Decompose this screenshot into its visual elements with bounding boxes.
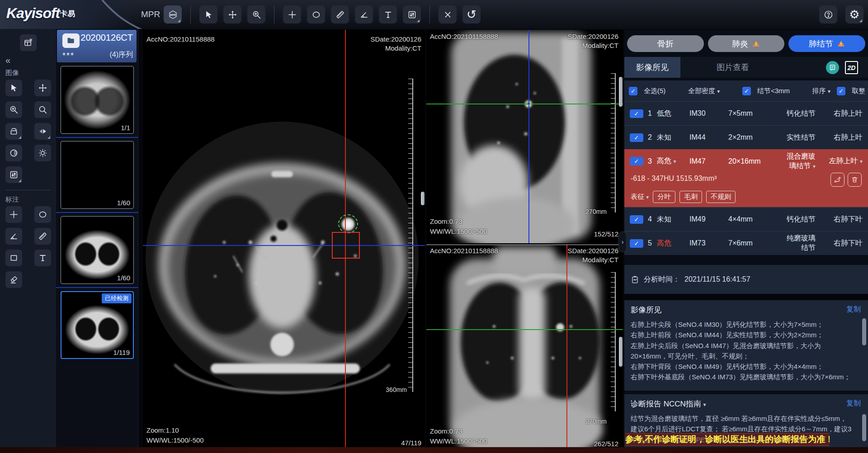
thumbnail-index: 1/119: [113, 349, 130, 356]
close-layout-button[interactable]: [20, 34, 37, 51]
sb-text-button[interactable]: [34, 250, 51, 266]
nodule-detection-circle[interactable]: [338, 214, 358, 233]
angle-icon: [9, 231, 19, 241]
thumbnail-separator: [56, 287, 138, 288]
coronal-viewport[interactable]: AccNO:202101158888 SDate:20200126 Modali…: [426, 245, 623, 453]
density-filter-dropdown[interactable]: 全部密度 ▾: [688, 87, 720, 95]
copy-report-link[interactable]: 复制: [846, 399, 861, 409]
sagittal-viewport[interactable]: AccNO:202101158888 SDate:20200126 Modali…: [426, 30, 623, 243]
trait-chip-spiculation[interactable]: 毛刺: [679, 191, 702, 203]
row-checkbox[interactable]: ✓: [630, 157, 643, 165]
help-button[interactable]: [819, 5, 837, 24]
report-scrollbar-thumb[interactable]: [862, 414, 866, 441]
follow-up-button[interactable]: [830, 173, 844, 187]
settings-button[interactable]: ⚙: [845, 5, 863, 24]
crosshair-horizontal-line[interactable]: [143, 245, 425, 246]
sb-brightness-button[interactable]: [34, 145, 51, 161]
select-all-checkbox[interactable]: ✓: [629, 87, 637, 95]
sb-window-preset-button[interactable]: [5, 145, 22, 161]
nodule-size: 20×16mm: [728, 157, 784, 165]
nodule-location-dropdown[interactable]: 左肺上叶 ▾: [816, 156, 863, 166]
zoom-factor: Zoom:0.73: [430, 427, 462, 435]
adjust-tool-button[interactable]: [403, 5, 421, 24]
ellipse-tool-button[interactable]: [307, 5, 325, 24]
thumbnail-series-2[interactable]: 1/60: [61, 141, 134, 209]
nodule-row-3-selected[interactable]: ✓ 3 高危 ▾ IM47 20×16mm 混合磨玻璃结节 ▾ 左肺上叶 ▾ -…: [624, 149, 868, 207]
module-tab-pneumonia[interactable]: 肺炎: [708, 35, 785, 52]
folder-button[interactable]: [62, 33, 80, 48]
report-bubble-button[interactable]: [826, 61, 839, 74]
crosshair-tool-button[interactable]: [283, 5, 301, 24]
nodule-risk-dropdown[interactable]: 高危 ▾: [657, 156, 689, 166]
row-checkbox[interactable]: ✓: [630, 109, 643, 118]
dimension-toggle-button[interactable]: 2D: [845, 61, 858, 74]
sagittal-scrollbar-thumb[interactable]: [619, 77, 623, 107]
pointer-tool-button[interactable]: [199, 5, 217, 24]
mpr-layout-button[interactable]: MPR: [164, 5, 182, 24]
layout-close-icon: [24, 38, 33, 47]
delete-annotation-button[interactable]: [439, 5, 457, 24]
report-doc-icon: [829, 64, 836, 71]
sb-zoom-button[interactable]: [5, 101, 22, 118]
sb-angle-button[interactable]: [5, 228, 22, 245]
sort-dropdown[interactable]: 排序 ▾: [812, 87, 830, 95]
row-checkbox[interactable]: ✓: [630, 215, 643, 224]
nodule-roi-box[interactable]: [332, 232, 360, 259]
copy-findings-link[interactable]: 复制: [846, 305, 861, 315]
sb-pan-button[interactable]: [34, 80, 51, 96]
thumbnail-series-3[interactable]: 1/60: [61, 216, 134, 284]
crosshair-vertical-line[interactable]: [528, 30, 529, 243]
sb-eraser-button[interactable]: [5, 271, 22, 288]
trait-chip-lobulation[interactable]: 分叶: [653, 191, 675, 203]
module-tab-lung-nodule[interactable]: 肺结节: [788, 35, 865, 52]
sb-crosshair-button[interactable]: [5, 206, 22, 223]
tab-image-view[interactable]: 图片查看: [705, 57, 761, 78]
nodule-type-dropdown[interactable]: 混合磨玻璃结节 ▾: [784, 152, 816, 171]
section-title-image: 图像: [5, 69, 19, 77]
row-checkbox[interactable]: ✓: [630, 133, 643, 142]
nodule-row-2[interactable]: ✓ 2 未知 IM44 2×2mm 实性结节 右肺上叶: [624, 125, 868, 149]
sb-adjust-button[interactable]: [5, 166, 22, 183]
round-checkbox[interactable]: ✓: [837, 87, 845, 95]
sb-pointer-button[interactable]: [5, 80, 22, 96]
delete-nodule-button[interactable]: [848, 173, 862, 187]
module-tab-fracture[interactable]: 骨折: [627, 35, 704, 52]
sb-ruler-button[interactable]: [34, 228, 51, 245]
pan-tool-button[interactable]: [223, 5, 241, 24]
coronal-scrollbar-thumb[interactable]: [619, 337, 623, 367]
series-header[interactable]: 20200126CT *** (4)序列: [57, 30, 137, 62]
findings-scrollbar-thumb[interactable]: [862, 318, 866, 345]
angle-tool-button[interactable]: [355, 5, 373, 24]
collapse-sidebar-button[interactable]: «: [5, 55, 10, 66]
zoom-tool-button[interactable]: [247, 5, 265, 24]
tab-findings[interactable]: 影像所见: [624, 57, 680, 78]
thumbnail-scout[interactable]: 1/1: [61, 66, 134, 134]
ruler-tool-button[interactable]: [331, 5, 349, 24]
crosshair-vertical-line[interactable]: [566, 245, 567, 453]
axial-scrollbar-thumb[interactable]: [421, 192, 425, 205]
crosshair-horizontal-line[interactable]: [426, 104, 623, 104]
reset-button[interactable]: ↺: [462, 5, 481, 24]
nodule-row-5[interactable]: ✓ 5 高危 IM73 7×6mm 纯磨玻璃结节 右肺下叶: [624, 231, 868, 255]
nodule-row-4[interactable]: ✓ 4 未知 IM49 4×4mm 钙化结节 右肺下叶: [624, 207, 868, 231]
row-checkbox[interactable]: ✓: [630, 239, 643, 248]
sb-rotate-button[interactable]: [5, 123, 22, 140]
select-all-label: 全选(5): [644, 87, 665, 95]
sb-ellipse-button[interactable]: [34, 206, 51, 223]
text-tool-button[interactable]: [379, 5, 397, 24]
thumbnail-series-4-selected[interactable]: 已经检测 1/119: [61, 291, 134, 359]
ruler-icon: [335, 10, 345, 19]
nodule-row-1[interactable]: ✓ 1 低危 IM30 7×5mm 钙化结节 右肺上叶: [624, 101, 868, 125]
trait-chip-irregular[interactable]: 不规则: [706, 191, 736, 203]
trait-dropdown[interactable]: 表征 ▾: [631, 193, 649, 201]
axial-viewport[interactable]: AccNO:202101158888 SDate:20200126 Modali…: [143, 30, 425, 453]
crosshair-horizontal-line[interactable]: [426, 329, 623, 330]
panel-expand-handle[interactable]: ›: [618, 231, 627, 252]
small-nodule-checkbox[interactable]: ✓: [742, 87, 751, 95]
crosshair-center-marker[interactable]: [527, 102, 530, 105]
report-title-dropdown[interactable]: 诊断报告 NCCN指南 ▾: [631, 399, 706, 409]
selected-row-header[interactable]: ✓ 3 高危 ▾ IM47 20×16mm 混合磨玻璃结节 ▾ 左肺上叶 ▾: [624, 149, 868, 173]
sb-magnify-button[interactable]: [34, 101, 51, 118]
sb-rectangle-button[interactable]: [5, 250, 22, 266]
sb-cine-button[interactable]: [34, 123, 51, 140]
